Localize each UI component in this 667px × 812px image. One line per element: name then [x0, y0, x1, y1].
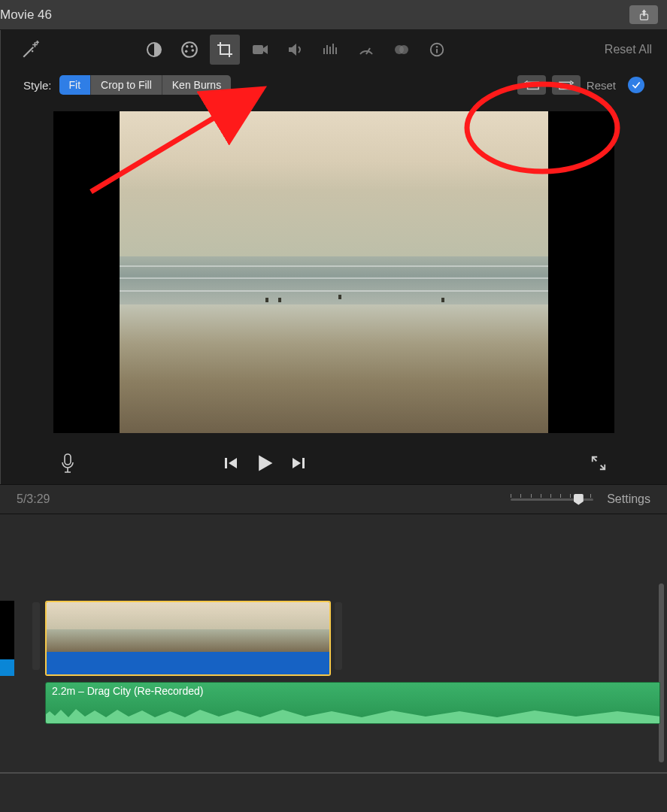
microphone-icon[interactable]: [61, 453, 74, 473]
audio-clip[interactable]: 2.2m – Drag City (Re-Recorded): [45, 682, 660, 724]
style-ken-burns-button[interactable]: Ken Burns: [162, 75, 231, 95]
project-title: Movie 46: [0, 8, 52, 23]
svg-rect-7: [253, 45, 263, 54]
check-icon: [631, 80, 641, 90]
svg-point-4: [191, 45, 193, 47]
auto-enhance-button[interactable]: [16, 35, 46, 65]
crop-icon: [216, 41, 234, 59]
magic-wand-icon: [21, 40, 41, 59]
svg-rect-18: [436, 49, 438, 53]
reset-all-button[interactable]: Reset All: [605, 43, 652, 56]
window-titlebar: Movie 46: [0, 0, 667, 30]
svg-point-17: [436, 46, 438, 48]
contrast-icon: [145, 41, 163, 59]
svg-rect-8: [323, 48, 325, 54]
svg-rect-11: [332, 44, 334, 54]
play-button[interactable]: [255, 453, 274, 473]
settings-button[interactable]: Settings: [607, 492, 650, 506]
svg-point-15: [399, 45, 408, 54]
color-correction-button[interactable]: [174, 35, 205, 65]
color-balance-button[interactable]: [139, 35, 169, 65]
clip-filter-button[interactable]: [387, 35, 417, 65]
total-duration: 3:29: [26, 492, 50, 506]
zoom-slider-thumb[interactable]: [574, 494, 584, 505]
crop-button[interactable]: [210, 35, 240, 65]
rotate-cw-button[interactable]: [552, 75, 581, 95]
timeline[interactable]: 2.2m – Drag City (Re-Recorded): [0, 514, 667, 800]
apply-button[interactable]: [628, 77, 644, 93]
share-button[interactable]: [629, 5, 658, 24]
audio-clip-label: 2.2m – Drag City (Re-Recorded): [46, 683, 659, 699]
info-button[interactable]: [422, 35, 452, 65]
svg-rect-23: [302, 458, 305, 468]
rotate-ccw-icon: [523, 79, 540, 91]
waveform-icon: [46, 704, 660, 723]
svg-point-6: [185, 50, 187, 52]
playback-controls: [1, 442, 667, 484]
prev-button[interactable]: [223, 456, 238, 471]
style-segmented-control: Fit Crop to Fill Ken Burns: [59, 75, 232, 95]
svg-rect-12: [335, 47, 337, 54]
pre-gap-audio: [0, 659, 14, 676]
speedometer-icon: [357, 41, 375, 59]
svg-point-3: [186, 45, 188, 47]
rotate-cw-icon: [558, 79, 575, 91]
speed-button[interactable]: [351, 35, 381, 65]
timeline-header: 5 / 3:29 Settings: [0, 484, 667, 514]
clip-trim-handle-left[interactable]: [32, 602, 40, 670]
rotate-ccw-button[interactable]: [517, 75, 546, 95]
style-label: Style:: [23, 79, 52, 92]
equalizer-icon: [322, 42, 340, 57]
viewer-panel: Reset All Style: Fit Crop to Fill Ken Bu…: [0, 30, 667, 484]
speaker-icon: [287, 42, 305, 57]
noise-eq-button[interactable]: [316, 35, 346, 65]
playhead-position: 5: [17, 492, 23, 506]
svg-rect-9: [326, 45, 328, 54]
preview-container: [1, 101, 667, 442]
fullscreen-button[interactable]: [590, 455, 607, 471]
video-clip[interactable]: [45, 601, 331, 676]
info-icon: [429, 41, 445, 58]
clip-audio-strip: [47, 652, 329, 676]
svg-rect-19: [527, 82, 538, 89]
crop-style-bar: Style: Fit Crop to Fill Ken Burns Reset: [1, 69, 667, 101]
rotation-controls: Reset: [517, 75, 644, 95]
clip-trim-handle-right[interactable]: [335, 602, 342, 670]
palette-icon: [180, 40, 199, 59]
stabilization-button[interactable]: [245, 35, 275, 65]
style-crop-to-fill-button[interactable]: Crop to Fill: [91, 75, 162, 95]
svg-rect-10: [329, 47, 331, 54]
video-frame: [120, 111, 548, 433]
volume-button[interactable]: [280, 35, 311, 65]
zoom-slider[interactable]: Settings: [511, 492, 650, 506]
style-fit-button[interactable]: Fit: [59, 75, 92, 95]
camera-icon: [251, 42, 269, 57]
svg-rect-21: [65, 454, 71, 465]
timeline-divider: [0, 772, 667, 774]
svg-rect-22: [225, 458, 227, 468]
share-icon: [638, 8, 650, 22]
adjust-toolbar: Reset All: [1, 30, 667, 69]
next-button[interactable]: [291, 456, 306, 471]
svg-point-5: [192, 49, 194, 51]
overlap-circles-icon: [393, 41, 411, 59]
video-lane: 2.2m – Drag City (Re-Recorded): [0, 601, 667, 676]
crop-reset-button[interactable]: Reset: [587, 79, 616, 92]
svg-point-2: [182, 42, 197, 57]
svg-rect-20: [559, 82, 571, 89]
video-preview[interactable]: [53, 111, 614, 433]
